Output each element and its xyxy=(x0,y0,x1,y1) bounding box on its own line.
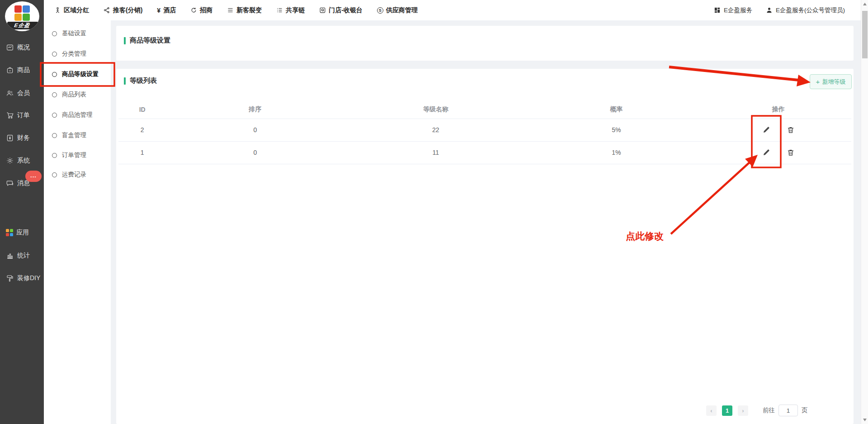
message-bubble-icon xyxy=(6,179,14,187)
sidebar-item-apps[interactable]: 应用 xyxy=(0,227,44,238)
supplier-icon: S xyxy=(377,7,383,14)
scroll-up-arrow-icon[interactable] xyxy=(863,3,867,5)
region-dividend-icon xyxy=(54,7,61,14)
nav-label: 推客(分销) xyxy=(113,6,142,14)
service-label: E企盈服务 xyxy=(724,6,752,14)
accent-bar xyxy=(124,77,126,85)
sidebar-item-orders[interactable]: 订单 xyxy=(0,110,44,121)
cell-id: 1 xyxy=(118,141,166,164)
submenu-item-order-management[interactable]: 订单管理 xyxy=(44,150,111,161)
nav-label: 新客裂变 xyxy=(236,6,262,14)
page-number-input[interactable] xyxy=(778,405,798,416)
nav-label: 招商 xyxy=(200,6,212,14)
nav-hotel[interactable]: ¥ 酒店 xyxy=(157,6,176,14)
nav-tuike-distribution[interactable]: 推客(分销) xyxy=(104,6,142,14)
secondary-sidebar: 基础设置 分类管理 商品等级设置 商品列表 商品池管理 盲盒管理 订单管理 运费… xyxy=(44,20,111,424)
radio-circle-icon xyxy=(52,72,57,77)
submenu-item-blind-box[interactable]: 盲盒管理 xyxy=(44,130,111,141)
submenu-label: 盲盒管理 xyxy=(62,131,86,139)
add-level-label: 新增等级 xyxy=(822,78,845,86)
level-list-card: 等级列表 + 新增等级 ID 排序 等级名称 概率 操作 2 0 xyxy=(116,69,854,424)
radio-circle-icon xyxy=(52,153,57,158)
radio-circle-icon xyxy=(52,133,57,138)
cell-probability: 5% xyxy=(528,119,706,141)
cell-sort: 0 xyxy=(166,119,344,141)
current-page-button[interactable]: 1 xyxy=(722,405,732,416)
paint-roller-icon xyxy=(6,274,14,282)
pencil-icon xyxy=(762,126,770,134)
bar-chart-icon xyxy=(6,252,14,260)
col-header-id: ID xyxy=(118,100,166,119)
sidebar-label: 商品 xyxy=(17,66,30,74)
radio-circle-icon xyxy=(52,172,57,177)
sidebar-label: 系统 xyxy=(17,157,30,165)
account-menu[interactable]: E企盈服务(公众号管理员) xyxy=(766,6,845,14)
page-suffix-label: 页 xyxy=(802,406,808,414)
sidebar-label: 应用 xyxy=(16,229,29,237)
cell-level-name: 11 xyxy=(344,141,527,164)
cell-probability: 1% xyxy=(528,141,706,164)
add-level-button[interactable]: + 新增等级 xyxy=(810,74,852,89)
logo-text: E企盈 xyxy=(6,22,38,29)
sidebar-item-members[interactable]: 会员 xyxy=(0,87,44,99)
recycle-icon xyxy=(190,7,197,14)
pagination: ‹ 1 › 前往 页 xyxy=(706,405,808,416)
submenu-item-goods-list[interactable]: 商品列表 xyxy=(44,89,111,100)
prev-page-button[interactable]: ‹ xyxy=(706,405,717,416)
submenu-item-basic-settings[interactable]: 基础设置 xyxy=(44,28,111,39)
radio-circle-icon xyxy=(52,52,57,57)
submenu-label: 商品等级设置 xyxy=(62,70,99,78)
supplier-icon-letter: S xyxy=(379,8,382,13)
service-menu[interactable]: E企盈服务 xyxy=(714,6,752,14)
submenu-item-goods-pool[interactable]: 商品池管理 xyxy=(44,110,111,120)
trash-icon xyxy=(787,148,795,157)
next-page-button[interactable]: › xyxy=(738,405,748,416)
account-label: E企盈服务(公众号管理员) xyxy=(776,6,845,14)
goto-label: 前往 xyxy=(763,406,775,414)
nav-share-chain[interactable]: 共享链 xyxy=(276,6,305,14)
app-window: 区域分红 推客(分销) ¥ 酒店 招商 新客裂变 共享链 门店-收银台 S 供应… xyxy=(0,0,868,424)
members-icon xyxy=(6,89,14,97)
radio-circle-icon xyxy=(52,92,57,97)
submenu-item-goods-level-settings[interactable]: 商品等级设置 xyxy=(44,69,111,80)
sidebar-item-finance[interactable]: 财务 xyxy=(0,132,44,144)
app-logo: E企盈 xyxy=(5,1,39,31)
nav-label: 共享链 xyxy=(286,6,305,14)
col-header-probability: 概率 xyxy=(528,100,706,119)
finance-icon xyxy=(6,134,14,142)
sidebar-item-overview[interactable]: 概况 xyxy=(0,42,44,53)
table-header-row: ID 排序 等级名称 概率 操作 xyxy=(118,100,851,119)
nav-investment[interactable]: 招商 xyxy=(190,6,212,14)
delete-button[interactable] xyxy=(787,148,795,157)
nav-new-customer-fission[interactable]: 新客裂变 xyxy=(227,6,262,14)
logo-grid-icon xyxy=(14,5,30,21)
message-badge: ... xyxy=(25,171,42,182)
store-cashier-icon xyxy=(319,7,326,14)
col-header-sort: 排序 xyxy=(166,100,344,119)
radio-circle-icon xyxy=(52,113,57,118)
menu-lines-icon xyxy=(227,7,234,14)
list-icon xyxy=(276,7,283,14)
nav-supplier-management[interactable]: S 供应商管理 xyxy=(377,6,418,14)
sidebar-item-goods[interactable]: 商品 xyxy=(0,64,44,76)
submenu-item-freight-records[interactable]: 运费记录 xyxy=(44,169,111,180)
delete-button[interactable] xyxy=(787,126,795,134)
overview-icon xyxy=(6,43,14,52)
yen-icon: ¥ xyxy=(157,7,160,14)
nav-label: 门店-收银台 xyxy=(329,6,363,14)
edit-button[interactable] xyxy=(762,148,770,157)
cell-sort: 0 xyxy=(166,141,344,164)
sidebar-item-system[interactable]: 系统 xyxy=(0,155,44,167)
submenu-label: 基础设置 xyxy=(62,29,86,38)
sidebar-item-statistics[interactable]: 统计 xyxy=(0,250,44,262)
cart-icon xyxy=(6,111,14,119)
scroll-down-arrow-icon[interactable] xyxy=(863,419,867,421)
sidebar-item-decorate-diy[interactable]: 装修DIY xyxy=(0,272,44,284)
submenu-item-category-management[interactable]: 分类管理 xyxy=(44,48,111,59)
nav-store-cashier[interactable]: 门店-收银台 xyxy=(319,6,363,14)
nav-region-dividend[interactable]: 区域分红 xyxy=(54,6,89,14)
edit-button[interactable] xyxy=(762,126,770,134)
scrollbar-thumb[interactable] xyxy=(862,11,868,58)
vertical-scrollbar xyxy=(861,0,868,424)
section-title: 等级列表 xyxy=(130,76,157,85)
